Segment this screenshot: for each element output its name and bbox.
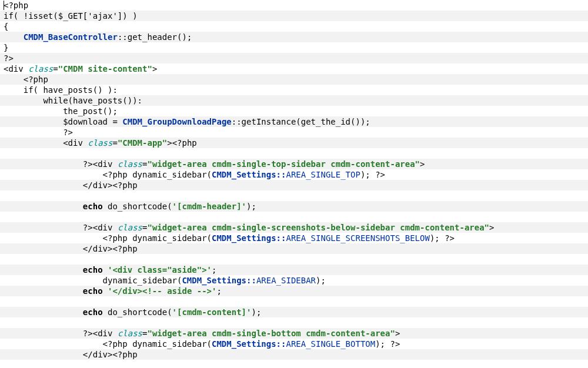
code-text: "widget-area cmdm-single-screenshots-bel… [147, 223, 489, 232]
code-text: <?php dynamic_sidebar( [103, 170, 212, 179]
code-text: } [4, 43, 8, 52]
code-line [0, 317, 588, 328]
code-text: getInstance(get_the_id()); [242, 117, 370, 126]
code-text: = [53, 64, 58, 73]
code-text: ); [316, 276, 326, 285]
code-text: echo [83, 202, 103, 211]
code-line: <?php [0, 74, 588, 85]
code-text: ><?php [167, 138, 197, 148]
code-text: ?><div [83, 329, 118, 338]
code-line: $download = CMDM_GroupDownloadPage::getI… [0, 116, 588, 127]
code-line: echo '</div><!-- aside -->'; [0, 286, 588, 296]
code-text: "CMDM-app" [118, 138, 167, 148]
code-line [0, 296, 588, 307]
code-text: echo [83, 307, 103, 317]
code-line: { [0, 21, 588, 32]
code-line: <div class="CMDM-app"><?php [0, 138, 588, 148]
code-text: = [112, 138, 117, 148]
code-text: :: [276, 233, 286, 243]
code-text: ?> [63, 128, 73, 137]
code-line: </div><?php [0, 349, 588, 360]
code-line: while(have_posts()): [0, 95, 588, 106]
code-line: ?><div class="widget-area cmdm-single-bo… [0, 328, 588, 339]
code-text: </div><?php [83, 244, 138, 253]
code-line: <?php dynamic_sidebar(CMDM_Settings::ARE… [0, 339, 588, 349]
code-line: ?> [0, 53, 588, 63]
code-text: "CMDM site-content" [58, 64, 152, 73]
code-text: > [420, 159, 425, 169]
code-text: ?> [4, 53, 14, 63]
code-text: :: [232, 117, 242, 126]
code-text: <?php dynamic_sidebar( [103, 233, 212, 243]
code-text: > [152, 64, 157, 73]
code-text: CMDM_Settings [212, 233, 276, 243]
code-text: <?php [4, 1, 28, 10]
code-text: ?><div [83, 159, 118, 169]
code-text: $download = [63, 117, 122, 126]
code-text: AREA_SINGLE_BOTTOM [286, 339, 375, 349]
code-line [0, 254, 588, 265]
code-line: ?><div class="widget-area cmdm-single-sc… [0, 222, 588, 233]
code-text: class [28, 64, 53, 73]
code-text: { [4, 22, 8, 31]
code-line: ?> [0, 127, 588, 138]
code-text: echo [83, 265, 103, 275]
code-text: AREA_SIDEBAR [256, 276, 316, 285]
code-text: <?php dynamic_sidebar( [103, 339, 212, 349]
code-line: } [0, 42, 588, 53]
code-text: CMDM_BaseController [24, 32, 118, 42]
code-text: > [395, 329, 400, 338]
code-text: CMDM_Settings [212, 339, 276, 349]
code-line: <div class="CMDM site-content"> [0, 63, 588, 74]
code-text: ?><div [83, 223, 118, 232]
code-text: <?php [24, 75, 48, 84]
code-text: :: [276, 170, 286, 179]
code-text: AREA_SINGLE_SCREENSHOTS_BELOW [286, 233, 429, 243]
code-text: while(have_posts()): [43, 96, 142, 105]
code-line: if( !isset($_GET['ajax']) ) [0, 11, 588, 21]
code-text: :: [246, 276, 256, 285]
code-text: "widget-area cmdm-single-bottom cmdm-con… [147, 329, 395, 338]
code-line: ?><div class="widget-area cmdm-single-to… [0, 159, 588, 169]
code-line: echo do_shortcode('[cmdm-header]'); [0, 201, 588, 212]
code-line: <?php dynamic_sidebar(CMDM_Settings::ARE… [0, 169, 588, 180]
code-text: dynamic_sidebar( [103, 276, 182, 285]
code-line: echo do_shortcode('[cmdm-content]'); [0, 307, 588, 317]
code-text: CMDM_Settings [182, 276, 246, 285]
code-text: ); ?> [360, 170, 385, 179]
code-line: </div><?php [0, 180, 588, 190]
code-text: CMDM_GroupDownloadPage [122, 117, 231, 126]
code-text: the_post(); [63, 106, 118, 116]
code-text: echo [83, 286, 103, 296]
code-text: </div><?php [83, 350, 138, 359]
code-text: </div><?php [83, 180, 138, 190]
code-text: ); ?> [430, 233, 455, 243]
code-line: dynamic_sidebar(CMDM_Settings::AREA_SIDE… [0, 275, 588, 286]
code-text: AREA_SINGLE_TOP [286, 170, 360, 179]
code-text: class [88, 138, 112, 148]
code-text: <div [4, 64, 28, 73]
code-text: :: [118, 32, 128, 42]
code-text: if( !isset($_GET['ajax']) ) [4, 11, 138, 21]
code-text: "widget-area cmdm-single-top-sidebar cmd… [147, 159, 420, 169]
code-text: :: [276, 339, 286, 349]
code-line [0, 190, 588, 201]
code-line: echo '<div class="aside">'; [0, 265, 588, 275]
code-text: ); ?> [375, 339, 400, 349]
code-text: class [118, 329, 142, 338]
code-text: if( have_posts() ): [24, 85, 118, 95]
code-line [0, 212, 588, 222]
code-text: CMDM_Settings [212, 170, 276, 179]
code-line [0, 148, 588, 159]
code-line: the_post(); [0, 106, 588, 116]
code-line: <?php dynamic_sidebar(CMDM_Settings::ARE… [0, 233, 588, 243]
code-text: <div [63, 138, 88, 148]
code-line: <?php [0, 0, 588, 11]
code-line: CMDM_BaseController::get_header(); [0, 32, 588, 42]
code-text: class [118, 159, 142, 169]
code-line: </div><?php [0, 243, 588, 254]
code-editor[interactable]: <?php if( !isset($_GET['ajax']) ) { CMDM… [0, 0, 588, 360]
code-text: get_header(); [128, 32, 192, 42]
code-text: class [118, 223, 142, 232]
code-line: if( have_posts() ): [0, 85, 588, 95]
